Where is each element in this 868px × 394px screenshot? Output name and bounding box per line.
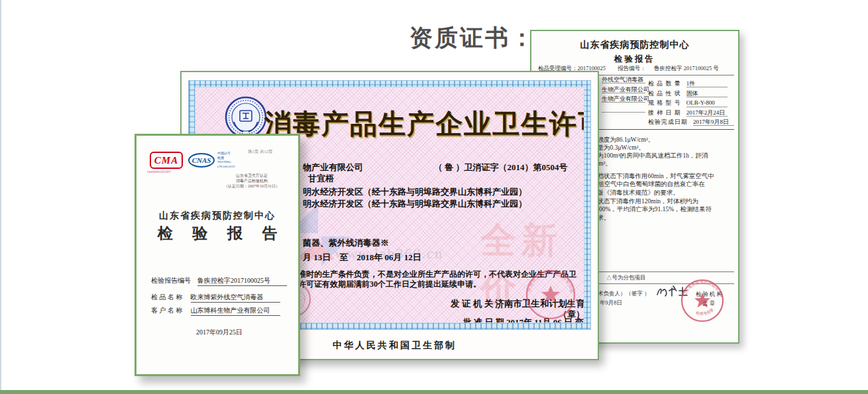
validity-period-fragment: 月 13日 至 2018年 06月 12日 [303, 252, 421, 264]
page-left-border [0, 0, 1, 394]
cnas-line: CNASL0119 [217, 165, 235, 170]
producer-fragment: 生物产业有限公司 [602, 95, 645, 103]
report-no: 鲁疾控检字 2017100025 号 [654, 65, 719, 72]
auth-line: 山东省卫生厅认定 [208, 173, 296, 178]
cnas-text-block: 中国认可 检测 TESTING CNASL0119 [217, 152, 235, 169]
footnote: △号为分包项目 [606, 274, 646, 282]
page-number: 第1页 共12页 [248, 149, 272, 155]
sign-label: 术负责人）（签字 ） [598, 290, 650, 298]
row-sample-name: 检 品 名 称 欧来博紫外线空气消毒器 [151, 290, 280, 303]
sample-name-fragment: 外线空气消毒器 [602, 75, 645, 83]
production-address: 明水经济开发区（经十东路与明埠路交界山东博科产业园） [303, 186, 527, 198]
license-number: （ 鲁 ）卫消证字（2014）第0504号 [434, 162, 568, 173]
report-date: 2017年09月25日 [176, 328, 262, 337]
report-org-title: 山东省疾病预防控制中心 [531, 39, 738, 51]
license-title: 消毒产品生产企业卫生许可证 [264, 106, 576, 142]
report-org-title: 山东省疾病预防控制中心 [136, 210, 298, 222]
client-fragment: 生物产业有限公司 [602, 85, 645, 93]
row-report-no: 检验报告编号 鲁疾控检字2017100025号 [151, 273, 287, 286]
license-note-line2: 许可证有效期届满前30个工作日之前提出延续申请。 [298, 279, 481, 290]
product-category-fragment: 菌器、紫外线消毒器※ [303, 237, 389, 249]
health-inspection-emblem-icon [224, 95, 268, 139]
authorization-block: 山东省卫生厅认定 消毒产品检验机构 （认定日期：2007年10月31日） [208, 173, 296, 189]
svg-text:检测专用章: 检测专用章 [696, 307, 715, 316]
row-client-name: 客 户 名 称 山东博科生物产业有限公司 [151, 303, 280, 316]
auth-line: （认定日期：2007年10月31日） [208, 183, 296, 189]
auth-line: 消毒产品检验机构 [208, 178, 296, 183]
row-finish-date: 检验完成日期 2017年9月8日 [648, 115, 734, 126]
report-date-fragment: 年9月8日 [600, 299, 622, 307]
report-doc-title: 检验报告 [531, 54, 738, 65]
stamp-bottom-text: 检测专用章 [696, 307, 715, 316]
issuer-stamp-icon: 济南市卫生和计划生育委员会 [523, 268, 578, 322]
page-bottom-strip [0, 390, 868, 394]
license-footer: 中华人民共和国卫生部制 [333, 340, 457, 352]
report-doc-title: 检 验 报 告 [136, 223, 298, 244]
registered-address: 明水经济开发区（经十东路与明埠路交界山东博科产业园） [303, 198, 527, 210]
legal-person: 甘宜梧 [308, 173, 334, 185]
report-no-label: 报告编号： [618, 65, 646, 72]
company-name-fragment: 物产业有限公司 [303, 162, 363, 173]
cma-logo-icon: CMA [150, 152, 183, 169]
cnas-logo-icon: CNAS [188, 153, 215, 168]
inspection-agency-stamp-icon: 山东省疾病预防控制中心 检测专用章 [679, 277, 726, 324]
section-title: 资质证书： [409, 23, 535, 54]
blank-row-fragment [602, 105, 645, 113]
cma-number: 160000102397 [147, 170, 171, 173]
certificate-inspection-report-cover: CMA 160000102397 CNAS 中国认可 检测 TESTING CN… [135, 134, 300, 376]
